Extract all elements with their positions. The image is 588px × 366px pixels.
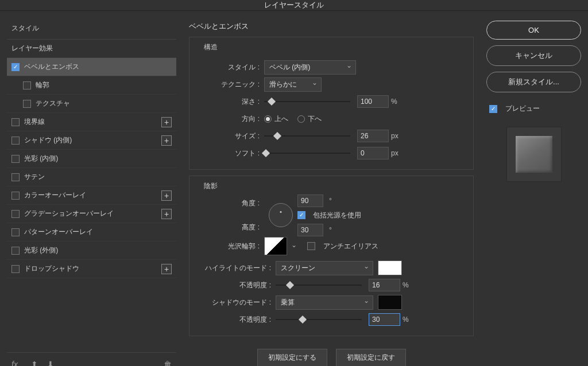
angle-unit: ° <box>329 197 332 205</box>
style-item-color-overlay[interactable]: カラーオーバーレイ + <box>7 186 176 205</box>
size-slider[interactable] <box>264 135 350 137</box>
add-color-overlay-button[interactable]: + <box>161 190 172 201</box>
global-light-checkbox[interactable] <box>297 211 305 219</box>
gloss-contour-picker[interactable] <box>264 237 287 255</box>
antialias-label: アンチエイリアス <box>323 242 378 251</box>
altitude-input[interactable] <box>297 224 323 236</box>
style-item-drop-shadow[interactable]: ドロップシャドウ + <box>7 260 176 278</box>
soften-unit: px <box>391 149 399 157</box>
soften-label: ソフト : <box>198 149 264 158</box>
fx-icon[interactable]: fxˬ <box>11 360 22 367</box>
angle-label: 角度 : <box>198 198 260 208</box>
style-item-inner-glow[interactable]: 光彩 (内側) <box>7 150 176 168</box>
style-dropdown[interactable]: ベベル (内側) <box>264 60 356 75</box>
reset-default-button[interactable]: 初期設定に戻す <box>336 349 406 366</box>
shadow-mode-row: シャドウのモード : 乗算 <box>198 295 465 309</box>
cancel-button[interactable]: キャンセル <box>486 45 581 66</box>
gradient-overlay-checkbox[interactable] <box>11 210 20 218</box>
direction-down-radio[interactable]: 下へ <box>297 114 322 124</box>
texture-checkbox[interactable] <box>23 100 31 108</box>
pattern-overlay-checkbox[interactable] <box>11 228 20 236</box>
style-item-bevel-emboss[interactable]: ベベルとエンボス <box>7 58 176 76</box>
window-title: レイヤースタイル <box>264 0 324 10</box>
contour-checkbox[interactable] <box>23 81 31 89</box>
outer-glow-checkbox[interactable] <box>11 247 20 255</box>
antialias-checkbox[interactable] <box>307 242 315 250</box>
content-area: スタイル レイヤー効果 ベベルとエンボス 輪郭 テクスチャ <box>0 11 588 366</box>
shadow-opacity-input[interactable] <box>369 313 400 326</box>
angle-input[interactable] <box>297 194 323 207</box>
color-overlay-checkbox[interactable] <box>11 192 20 200</box>
style-item-inner-shadow[interactable]: シャドウ (内側) + <box>7 131 176 150</box>
drop-shadow-label: ドロップシャドウ <box>24 264 161 274</box>
highlight-mode-dropdown[interactable]: スクリーン <box>276 261 373 275</box>
depth-slider[interactable] <box>264 101 350 102</box>
style-item-outer-glow[interactable]: 光彩 (外側) <box>7 242 176 260</box>
style-item-stroke[interactable]: 境界線 + <box>7 113 176 131</box>
action-panel: OK キャンセル 新規スタイル... プレビュー <box>486 18 581 366</box>
shadow-opacity-slider[interactable] <box>276 319 362 320</box>
ok-button[interactable]: OK <box>486 21 581 40</box>
style-item-pattern-overlay[interactable]: パターンオーバーレイ <box>7 223 176 242</box>
stroke-checkbox[interactable] <box>11 118 20 126</box>
satin-label: サテン <box>24 172 172 182</box>
depth-input[interactable] <box>357 95 389 108</box>
highlight-mode-label: ハイライトのモード : <box>198 263 276 273</box>
move-down-icon[interactable]: ⬇ <box>47 360 54 367</box>
inner-glow-label: 光彩 (内側) <box>24 154 172 163</box>
default-buttons: 初期設定にする 初期設定に戻す <box>189 349 474 366</box>
style-item-layer-effects[interactable]: レイヤー効果 <box>7 40 176 58</box>
style-item-satin[interactable]: サテン <box>7 168 176 186</box>
shadow-opacity-label: 不透明度 : <box>198 315 276 325</box>
shadow-mode-dropdown[interactable]: 乗算 <box>276 295 373 310</box>
style-item-contour[interactable]: 輪郭 <box>7 76 176 95</box>
add-inner-shadow-button[interactable]: + <box>161 135 172 146</box>
new-style-button[interactable]: 新規スタイル... <box>486 72 581 92</box>
style-value: ベベル (内側) <box>269 63 310 72</box>
add-gradient-overlay-button[interactable]: + <box>161 209 172 219</box>
shadow-color-swatch[interactable] <box>378 295 402 310</box>
inner-glow-checkbox[interactable] <box>11 155 20 163</box>
preview-box <box>506 127 562 182</box>
stroke-label: 境界線 <box>24 117 161 127</box>
preview-toggle[interactable]: プレビュー <box>486 101 581 116</box>
inner-shadow-checkbox[interactable] <box>11 137 20 145</box>
highlight-opacity-slider[interactable] <box>276 285 362 286</box>
sidebar-footer: fxˬ ⬆ ⬇ 🗑 <box>7 352 176 366</box>
layer-effects-label: レイヤー効果 <box>11 44 172 53</box>
depth-row: 深さ : % <box>198 95 465 108</box>
direction-up-radio[interactable]: 上へ <box>264 114 288 124</box>
highlight-color-swatch[interactable] <box>378 260 402 275</box>
style-row: スタイル : ベベル (内側) <box>198 60 465 74</box>
trash-icon[interactable]: 🗑 <box>164 360 172 367</box>
preview-checkbox[interactable] <box>489 105 497 113</box>
technique-dropdown[interactable]: 滑らかに <box>264 77 322 92</box>
technique-row: テクニック : 滑らかに <box>198 77 465 91</box>
style-item-gradient-overlay[interactable]: グラデーションオーバーレイ + <box>7 205 176 223</box>
drop-shadow-checkbox[interactable] <box>11 265 20 273</box>
move-up-icon[interactable]: ⬆ <box>31 360 38 367</box>
contour-label: 輪郭 <box>36 80 172 90</box>
size-input[interactable] <box>357 130 389 142</box>
layer-style-dialog: レイヤースタイル スタイル レイヤー効果 ベベルとエンボス 輪郭 テ <box>0 0 588 366</box>
size-label: サイズ : <box>198 131 264 141</box>
direction-label: 方向 : <box>198 114 264 124</box>
satin-checkbox[interactable] <box>11 173 20 181</box>
inner-shadow-label: シャドウ (内側) <box>24 135 161 145</box>
texture-label: テクスチャ <box>36 99 172 108</box>
add-stroke-button[interactable]: + <box>161 117 172 127</box>
style-item-texture[interactable]: テクスチャ <box>7 95 176 113</box>
add-drop-shadow-button[interactable]: + <box>161 264 172 274</box>
gloss-contour-row: 光沢輪郭 : アンチエイリアス <box>198 235 465 258</box>
styles-header: スタイル <box>7 18 176 40</box>
soften-input[interactable] <box>357 147 389 159</box>
bevel-emboss-checkbox[interactable] <box>11 63 20 71</box>
soften-slider[interactable] <box>264 153 350 154</box>
make-default-button[interactable]: 初期設定にする <box>257 349 327 366</box>
angle-dial[interactable] <box>269 203 293 227</box>
highlight-opacity-input[interactable] <box>369 279 400 291</box>
structure-title: 構造 <box>201 42 220 52</box>
altitude-unit: ° <box>329 226 332 234</box>
panel-title: ベベルとエンボス <box>189 18 474 35</box>
structure-fieldset: 構造 スタイル : ベベル (内側) テクニック : 滑らかに 深さ : <box>189 37 474 170</box>
